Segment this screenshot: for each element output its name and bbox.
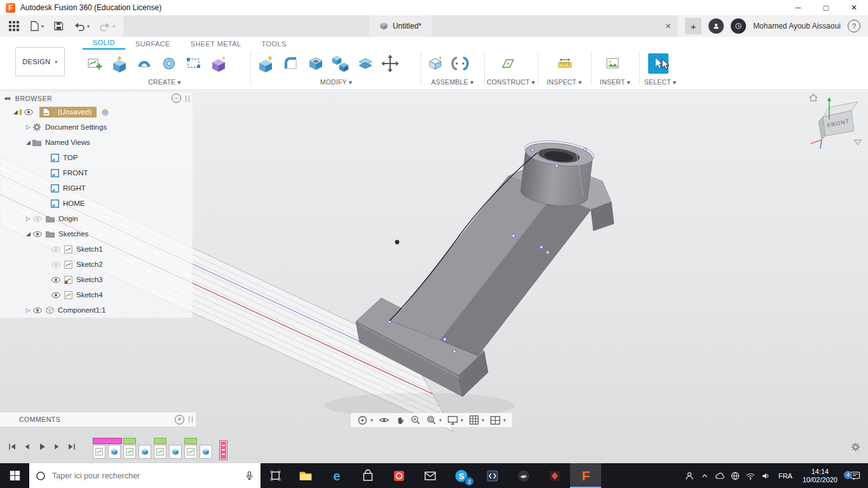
start-button[interactable] xyxy=(0,463,29,488)
timeline-feature-extrude[interactable] xyxy=(200,445,212,459)
active-document-icon[interactable]: ◎ xyxy=(102,107,108,116)
tree-item-sketches[interactable]: ◢ Sketches xyxy=(0,226,193,241)
new-tab-button[interactable]: + xyxy=(685,18,702,34)
action-center-icon[interactable]: 4 xyxy=(843,470,868,482)
group-label-construct[interactable]: CONSTRUCT ▾ xyxy=(485,78,536,86)
orbit-tool[interactable]: ▾ xyxy=(357,415,373,426)
fit-tool[interactable]: ▾ xyxy=(426,415,442,425)
tree-item-origin[interactable]: ▷ Origin xyxy=(0,211,193,226)
primitives-icon[interactable] xyxy=(208,53,229,74)
mail-app-icon[interactable] xyxy=(414,463,445,488)
collapse-panel-icon[interactable]: ◀◀ xyxy=(4,96,10,101)
visibility-icon[interactable] xyxy=(51,292,61,298)
workspace-switcher[interactable]: DESIGN ▾ xyxy=(15,47,65,76)
file-menu-button[interactable]: ▾ xyxy=(25,18,47,34)
add-comment-icon[interactable]: + xyxy=(175,415,184,424)
maroon-app-icon[interactable] xyxy=(539,463,570,488)
press-pull-icon[interactable] xyxy=(255,53,277,74)
tab-solid[interactable]: SOLID xyxy=(83,39,125,50)
visibility-icon[interactable] xyxy=(32,308,43,313)
tab-surface[interactable]: SURFACE xyxy=(125,40,180,50)
tree-item-sketch1[interactable]: Sketch1 xyxy=(0,241,193,257)
skype-icon[interactable]: S 2 xyxy=(445,463,477,488)
extrude-icon[interactable] xyxy=(109,53,130,74)
browser-header[interactable]: ◀◀ BROWSER − xyxy=(0,92,193,104)
timeline-marker-pink[interactable] xyxy=(93,438,122,444)
viewcube[interactable]: FRONT xyxy=(804,92,867,150)
look-at-tool[interactable] xyxy=(379,416,390,424)
step-forward-button[interactable] xyxy=(53,442,61,451)
undo-button[interactable]: ▾ xyxy=(70,18,93,34)
edge-browser-icon[interactable]: e xyxy=(321,463,352,488)
move-copy-icon[interactable] xyxy=(379,53,401,74)
file-explorer-icon[interactable] xyxy=(290,463,321,488)
group-label-inspect[interactable]: INSPECT ▾ xyxy=(539,78,590,86)
tab-sheet-metal[interactable]: SHEET METAL xyxy=(180,40,252,50)
timeline-position-slider[interactable] xyxy=(220,441,227,459)
skip-to-end-button[interactable] xyxy=(67,442,76,451)
shell-icon[interactable] xyxy=(305,53,327,74)
visibility-icon-hidden[interactable] xyxy=(51,247,61,252)
tree-item-sketch2[interactable]: Sketch2 xyxy=(0,257,193,272)
combine-icon[interactable] xyxy=(330,53,351,74)
tab-tools[interactable]: TOOLS xyxy=(252,40,297,50)
expand-arrow-icon[interactable]: ▷ xyxy=(24,307,32,313)
timeline-feature-extrude[interactable] xyxy=(139,445,151,459)
group-label-insert[interactable]: INSERT ▾ xyxy=(592,78,638,86)
grid-settings-tool[interactable]: ▾ xyxy=(469,415,484,425)
tree-item-sketch4[interactable]: Sketch4 xyxy=(0,287,193,302)
maximize-button[interactable]: □ xyxy=(812,0,840,15)
panel-grip[interactable] xyxy=(186,95,189,102)
visibility-icon-hidden[interactable] xyxy=(32,216,43,222)
document-tab[interactable]: Untitled* xyxy=(369,15,431,37)
tab-close-icon[interactable]: ✕ xyxy=(665,22,671,30)
tree-item-view-home[interactable]: HOME xyxy=(0,196,193,211)
timeline-marker-green[interactable] xyxy=(154,438,166,444)
step-back-button[interactable] xyxy=(23,442,31,451)
expand-arrow-icon[interactable]: ◢ xyxy=(11,109,20,115)
taskbar-search[interactable] xyxy=(29,463,261,488)
code-app-icon[interactable] xyxy=(477,463,508,488)
tree-item-named-views[interactable]: ◢ Named Views xyxy=(0,135,193,150)
timeline-settings-icon[interactable] xyxy=(851,442,860,452)
close-button[interactable]: ✕ xyxy=(840,0,868,15)
username[interactable]: Mohamed Ayoub Aissaoui xyxy=(753,22,841,30)
viewport[interactable]: FRONT ◀◀ BROWSER − ◢ xyxy=(0,89,868,463)
visibility-icon-hidden[interactable] xyxy=(51,262,61,268)
revolve-icon[interactable] xyxy=(133,53,155,74)
collapse-all-icon[interactable]: − xyxy=(172,93,181,103)
timeline-feature-extrude[interactable] xyxy=(169,445,182,459)
wifi-icon[interactable] xyxy=(743,471,758,481)
visibility-icon[interactable] xyxy=(51,277,61,283)
offset-face-icon[interactable] xyxy=(355,53,376,74)
zoom-tool[interactable] xyxy=(410,415,421,425)
timeline-feature-sketch[interactable] xyxy=(123,445,136,459)
save-button[interactable] xyxy=(50,18,67,34)
expand-arrow-icon[interactable]: ▷ xyxy=(24,215,32,222)
pan-tool[interactable] xyxy=(395,415,405,425)
timeline-feature-sketch[interactable] xyxy=(93,445,105,459)
tree-item-sketch3[interactable]: Sketch3 xyxy=(0,272,193,287)
timeline-feature-sketch[interactable] xyxy=(154,445,166,459)
create-sketch-icon[interactable] xyxy=(84,53,105,74)
language-indicator[interactable]: FRA xyxy=(773,472,797,480)
sweep-icon[interactable] xyxy=(158,53,180,74)
joint-icon[interactable] xyxy=(449,53,471,74)
volume-icon[interactable] xyxy=(758,471,773,481)
tree-item-document-root[interactable]: ◢ (Unsaved) ◎ xyxy=(0,104,193,119)
gimp-app-icon[interactable] xyxy=(508,463,539,488)
tree-item-view-top[interactable]: TOP xyxy=(0,150,193,165)
comments-panel[interactable]: COMMENTS + xyxy=(0,412,196,426)
people-icon[interactable] xyxy=(682,471,697,481)
tree-item-view-right[interactable]: RIGHT xyxy=(0,180,193,196)
panel-grip[interactable] xyxy=(189,416,193,423)
minimize-button[interactable]: ─ xyxy=(784,0,812,15)
task-view-button[interactable] xyxy=(261,463,290,488)
onedrive-icon[interactable] xyxy=(712,471,728,481)
tree-item-component1[interactable]: ▷ Component1:1 xyxy=(0,302,193,318)
pattern-icon[interactable] xyxy=(183,53,205,74)
search-input[interactable] xyxy=(51,471,240,481)
display-settings-tool[interactable]: ▾ xyxy=(447,416,463,425)
skip-to-start-button[interactable] xyxy=(8,442,17,451)
insert-canvas-icon[interactable] xyxy=(602,53,623,74)
